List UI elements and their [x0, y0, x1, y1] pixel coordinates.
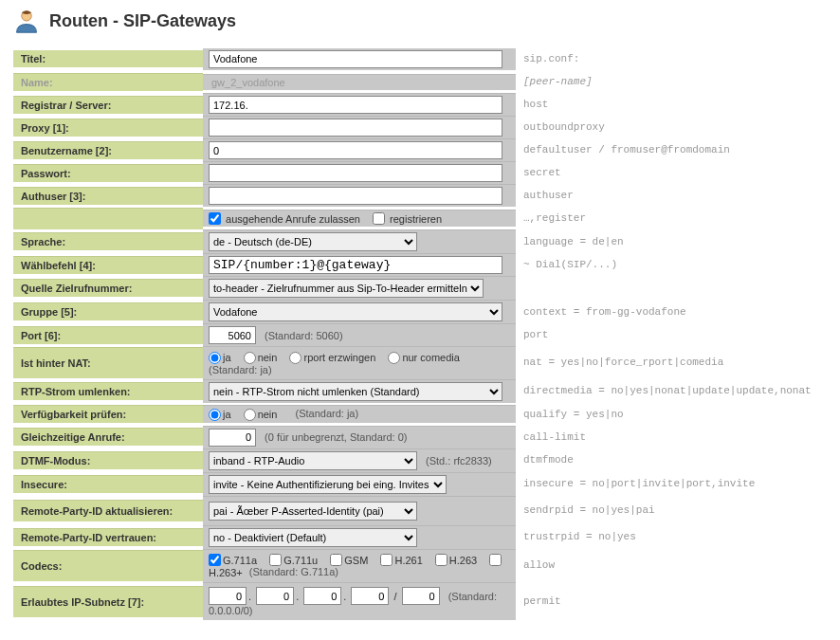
hint-rpid-update: sendrpid = no|yes|pai [516, 502, 827, 519]
codec-h263-checkbox[interactable] [435, 554, 447, 566]
nat-rport-radio[interactable] [289, 352, 301, 364]
subnet-a-input[interactable] [209, 587, 247, 605]
rpid-trust-select[interactable]: no - Deaktiviert (Default) [209, 528, 417, 547]
nat-comedia-radio[interactable] [388, 352, 400, 364]
nat-comedia-label: nur comedia [402, 352, 460, 363]
subnet-d-input[interactable] [351, 587, 389, 605]
label-authuser: Authuser [3]: [13, 187, 203, 205]
password-input[interactable] [209, 164, 502, 182]
port-input[interactable] [209, 326, 256, 344]
register-checkbox[interactable] [373, 212, 385, 225]
subnet-b-input[interactable] [256, 587, 294, 605]
label-registrar: Registrar / Server: [13, 96, 203, 114]
form: Titel: sip.conf: Name: gw_2_vodafone [pe… [13, 47, 827, 620]
calllimit-note: (0 für unbegrenzt, Standard: 0) [265, 431, 407, 443]
hint-user: defaultuser / fromuser@fromdomain [516, 141, 827, 158]
hint-password: secret [516, 164, 827, 181]
codec-g711a-checkbox[interactable] [209, 554, 221, 566]
hint-calllimit: call-limit [516, 429, 827, 446]
group-select[interactable]: Vodafone [209, 302, 502, 321]
hint-name: [peer-name] [516, 73, 827, 90]
label-source: Quelle Zielrufnummer: [13, 279, 203, 297]
label-rpid-trust: Remote-Party-ID vertrauen: [13, 528, 203, 546]
subnet-c-input[interactable] [303, 587, 341, 605]
nat-note: (Standard: ja) [209, 364, 272, 375]
label-qualify: Verfügbarkeit prüfen: [13, 405, 203, 423]
allow-outgoing-checkbox[interactable] [209, 212, 221, 225]
qualify-nein-radio[interactable] [244, 409, 256, 421]
hint-codecs: allow [516, 557, 827, 574]
codec-h261-checkbox[interactable] [380, 554, 393, 566]
label-nat: Ist hinter NAT: [13, 347, 203, 378]
dial-input[interactable] [209, 256, 502, 274]
label-insecure: Insecure: [13, 475, 203, 493]
lang-select[interactable]: de - Deutsch (de-DE) [209, 232, 417, 251]
subnet-mask-input[interactable] [402, 587, 440, 605]
hint-authuser: authuser [516, 187, 827, 204]
hint-title: sip.conf: [516, 50, 827, 67]
codec-gsm-label: GSM [344, 555, 368, 566]
codec-h261-label: H.261 [394, 555, 422, 566]
hint-nat: nat = yes|no|force_rport|comedia [516, 354, 827, 371]
authuser-input[interactable] [209, 187, 502, 205]
rpid-update-select[interactable]: pai - Ãœber P-Asserted-Identity (pai) [209, 502, 417, 521]
label-user: Benutzername [2]: [13, 141, 203, 159]
rtp-select[interactable]: nein - RTP-Strom nicht umlenken (Standar… [209, 382, 502, 401]
codec-gsm-checkbox[interactable] [330, 554, 342, 566]
dtmf-note: (Std.: rfc2833) [426, 455, 492, 466]
nat-ja-radio[interactable] [209, 352, 221, 364]
codec-h263p-checkbox[interactable] [489, 554, 502, 566]
hint-registrar: host [516, 96, 827, 113]
calllimit-input[interactable] [209, 429, 256, 447]
dtmf-select[interactable]: inband - RTP-Audio [209, 451, 417, 470]
page-title: Routen - SIP-Gateways [49, 11, 236, 31]
qualify-note: (Standard: ja) [295, 408, 358, 419]
label-subnet: Erlaubtes IP-Subnetz [7]: [13, 586, 203, 617]
codec-h263-label: H.263 [449, 555, 477, 566]
nat-nein-label: nein [258, 352, 278, 363]
qualify-ja-radio[interactable] [209, 409, 221, 421]
codec-g711a-label: G.711a [223, 555, 257, 566]
hint-lang: language = de|en [516, 233, 827, 250]
nat-rport-label: rport erzwingen [303, 352, 375, 363]
qualify-ja-label: ja [223, 409, 231, 420]
hint-rpid-trust: trustrpid = no|yes [516, 528, 827, 545]
hint-source [516, 285, 827, 291]
title-input[interactable] [209, 50, 502, 68]
label-port: Port [6]: [13, 326, 203, 344]
label-rtp: RTP-Strom umlenken: [13, 382, 203, 400]
hint-group: context = from-gg-vodafone [516, 303, 827, 320]
label-lang: Sprache: [13, 232, 203, 250]
label-codecs: Codecs: [13, 550, 203, 581]
hint-port: port [516, 326, 827, 343]
nat-ja-label: ja [223, 352, 231, 363]
label-title: Titel: [13, 50, 203, 67]
label-empty-1 [13, 208, 203, 229]
codec-h263p-label: H.263+ [209, 567, 243, 578]
label-rpid-update: Remote-Party-ID aktualisieren: [13, 500, 203, 521]
hint-register: …,register [516, 210, 827, 227]
hint-dial: ~ Dial(SIP/...) [516, 256, 827, 273]
codec-g711u-checkbox[interactable] [269, 554, 282, 566]
hint-subnet: permit [516, 593, 827, 610]
hint-proxy: outboundproxy [516, 119, 827, 136]
codecs-note: (Standard: G.711a) [249, 566, 338, 577]
page-header: Routen - SIP-Gateways [0, 0, 840, 47]
hint-qualify: qualify = yes|no [516, 406, 827, 423]
nat-nein-radio[interactable] [244, 352, 256, 364]
codec-g711u-label: G.711u [283, 555, 318, 566]
label-name: Name: [13, 73, 203, 91]
label-calllimit: Gleichzeitige Anrufe: [13, 428, 203, 446]
label-group: Gruppe [5]: [13, 302, 203, 320]
registrar-input[interactable] [209, 96, 502, 114]
label-proxy: Proxy [1]: [13, 119, 203, 137]
qualify-nein-label: nein [258, 409, 278, 420]
insecure-select[interactable]: invite - Keine Authentifizierung bei ein… [209, 475, 447, 494]
hint-dtmf: dtmfmode [516, 451, 827, 468]
source-select[interactable]: to-header - Zielrufnummer aus Sip-To-Hea… [209, 279, 484, 298]
proxy-input[interactable] [209, 119, 502, 137]
user-input[interactable] [209, 141, 502, 159]
label-password: Passwort: [13, 164, 203, 182]
user-icon [13, 8, 40, 34]
register-label: registrieren [390, 213, 442, 225]
